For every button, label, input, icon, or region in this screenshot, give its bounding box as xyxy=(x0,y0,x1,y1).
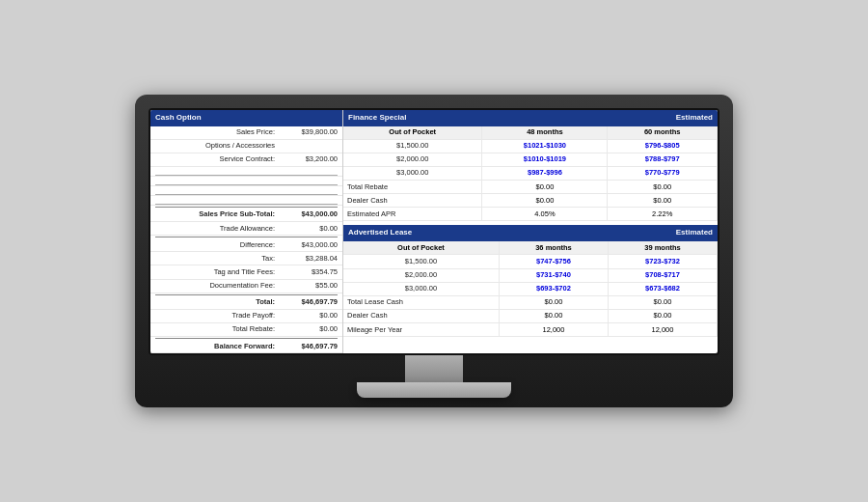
service-contract-label: Service Contract: xyxy=(155,154,275,164)
lease-row-1: $1,500.00 $747-$756 $723-$732 xyxy=(343,255,718,268)
finance-row-5: Dealer Cash $0.00 $0.00 xyxy=(343,194,718,208)
sales-price-row: Sales Price: $39,800.00 xyxy=(150,126,342,140)
finance-col1-header: Out of Pocket xyxy=(343,126,482,140)
doc-fee-value: $55.00 xyxy=(275,281,338,291)
total-value: $46,697.79 xyxy=(275,297,338,307)
total-label: Total: xyxy=(155,297,275,307)
lease-r4-c3: $0.00 xyxy=(608,295,717,309)
tax-label: Tax: xyxy=(155,254,275,264)
lease-r1-label: $1,500.00 xyxy=(343,255,499,268)
blank-row-3 xyxy=(150,186,342,196)
finance-r2-label: $2,000.00 xyxy=(343,153,482,166)
finance-estimated-label: Estimated xyxy=(589,110,718,126)
lease-r6-c2: 12,000 xyxy=(499,323,608,337)
options-row: Options / Accessories xyxy=(150,140,342,153)
total-rebate-row: Total Rebate: $0.00 xyxy=(150,323,342,337)
doc-fee-row: Documentation Fee: $55.00 xyxy=(150,280,342,293)
lease-row-3: $3,000.00 $693-$702 $673-$682 xyxy=(343,282,718,295)
difference-value: $43,000.00 xyxy=(275,240,338,250)
stand-neck xyxy=(405,355,463,382)
balance-forward-row: Balance Forward: $46,697.79 xyxy=(150,340,342,353)
lease-header-row: Advertised Lease Estimated xyxy=(343,225,718,241)
sales-price-label: Sales Price: xyxy=(155,127,275,137)
trade-payoff-label: Trade Payoff: xyxy=(155,311,275,321)
lease-r5-label: Dealer Cash xyxy=(343,309,499,322)
lease-r1-c2: $747-$756 xyxy=(499,255,608,268)
lease-r2-label: $2,000.00 xyxy=(343,268,499,282)
monitor-stand xyxy=(149,355,719,398)
finance-r3-c2: $987-$996 xyxy=(482,166,608,180)
lease-r1-c3: $723-$732 xyxy=(608,255,717,268)
subtotal-label: Sales Price Sub-Total: xyxy=(155,209,275,219)
finance-row-1: $1,500.00 $1021-$1030 $796-$805 xyxy=(343,139,718,153)
finance-r6-c2: 4.05% xyxy=(482,208,608,221)
right-panel: Finance Special Estimated Out of Pocket … xyxy=(343,110,718,353)
finance-r1-c2: $1021-$1030 xyxy=(482,139,608,153)
balance-forward-label: Balance Forward: xyxy=(155,342,275,351)
lease-row-2: $2,000.00 $731-$740 $708-$717 xyxy=(343,268,718,282)
lease-table: Out of Pocket 36 months 39 months $1,500… xyxy=(343,241,718,337)
lease-col3-header: 39 months xyxy=(608,241,717,255)
service-contract-value: $3,200.00 xyxy=(275,154,338,164)
lease-r4-c2: $0.00 xyxy=(499,295,608,309)
blank-row-1 xyxy=(150,167,342,177)
lease-header: Advertised Lease xyxy=(343,225,589,241)
finance-r5-c3: $0.00 xyxy=(608,194,718,208)
sales-price-value: $39,800.00 xyxy=(275,127,338,137)
divider-2 xyxy=(155,237,338,237)
lease-col1-header: Out of Pocket xyxy=(343,241,499,255)
cash-option-header: Cash Option xyxy=(150,110,342,126)
finance-r6-label: Estimated APR xyxy=(343,208,482,221)
doc-fee-label: Documentation Fee: xyxy=(155,281,275,291)
monitor: Cash Option Sales Price: $39,800.00 Opti… xyxy=(135,95,733,407)
tag-title-row: Tag and Title Fees: $354.75 xyxy=(150,265,342,279)
finance-r2-c2: $1010-$1019 xyxy=(482,153,608,166)
finance-row-3: $3,000.00 $987-$996 $770-$779 xyxy=(343,166,718,180)
service-contract-row: Service Contract: $3,200.00 xyxy=(150,153,342,167)
finance-header: Finance Special xyxy=(343,110,589,126)
divider-1 xyxy=(155,207,338,208)
finance-r4-c3: $0.00 xyxy=(608,181,718,194)
tax-value: $3,288.04 xyxy=(275,254,338,264)
blank-row-4 xyxy=(150,196,342,206)
lease-r2-c3: $708-$717 xyxy=(608,268,717,282)
finance-r5-label: Dealer Cash xyxy=(343,194,482,208)
balance-forward-value: $46,697.79 xyxy=(275,342,338,351)
tax-row: Tax: $3,288.04 xyxy=(150,252,342,265)
lease-r5-c3: $0.00 xyxy=(608,309,717,322)
total-rebate-value: $0.00 xyxy=(275,324,338,334)
subtotal-value: $43,000.00 xyxy=(275,209,338,219)
finance-col-headers: Out of Pocket 48 months 60 months xyxy=(343,126,718,140)
finance-r3-label: $3,000.00 xyxy=(343,166,482,180)
lease-r5-c2: $0.00 xyxy=(499,309,608,322)
finance-r4-label: Total Rebate xyxy=(343,181,482,194)
difference-row: Difference: $43,000.00 xyxy=(150,238,342,252)
finance-r2-c3: $788-$797 xyxy=(608,153,718,166)
lease-col2-header: 36 months xyxy=(499,241,608,255)
finance-col3-header: 60 months xyxy=(608,126,718,140)
total-rebate-label: Total Rebate: xyxy=(155,324,275,334)
spreadsheet: Cash Option Sales Price: $39,800.00 Opti… xyxy=(150,110,718,353)
lease-r3-c2: $693-$702 xyxy=(499,282,608,295)
lease-r4-label: Total Lease Cash xyxy=(343,295,499,309)
lease-r3-c3: $673-$682 xyxy=(608,282,717,295)
trade-allowance-label: Trade Allowance: xyxy=(155,224,275,234)
difference-label: Difference: xyxy=(155,240,275,250)
finance-r5-c2: $0.00 xyxy=(482,194,608,208)
tag-title-label: Tag and Title Fees: xyxy=(155,267,275,277)
lease-estimated-label: Estimated xyxy=(589,225,718,241)
screen: Cash Option Sales Price: $39,800.00 Opti… xyxy=(149,108,719,355)
trade-allowance-row: Trade Allowance: $0.00 xyxy=(150,222,342,236)
trade-allowance-value: $0.00 xyxy=(275,224,338,234)
lease-r3-label: $3,000.00 xyxy=(343,282,499,295)
divider-3 xyxy=(155,294,338,295)
lease-row-4: Total Lease Cash $0.00 $0.00 xyxy=(343,295,718,309)
finance-r4-c2: $0.00 xyxy=(482,181,608,194)
lease-row-5: Dealer Cash $0.00 $0.00 xyxy=(343,309,718,322)
options-label: Options / Accessories xyxy=(155,141,275,151)
lease-r6-label: Mileage Per Year xyxy=(343,323,499,337)
total-row: Total: $46,697.79 xyxy=(150,296,342,310)
lease-col-headers: Out of Pocket 36 months 39 months xyxy=(343,241,718,255)
finance-row-4: Total Rebate $0.00 $0.00 xyxy=(343,181,718,194)
finance-row-6: Estimated APR 4.05% 2.22% xyxy=(343,208,718,221)
